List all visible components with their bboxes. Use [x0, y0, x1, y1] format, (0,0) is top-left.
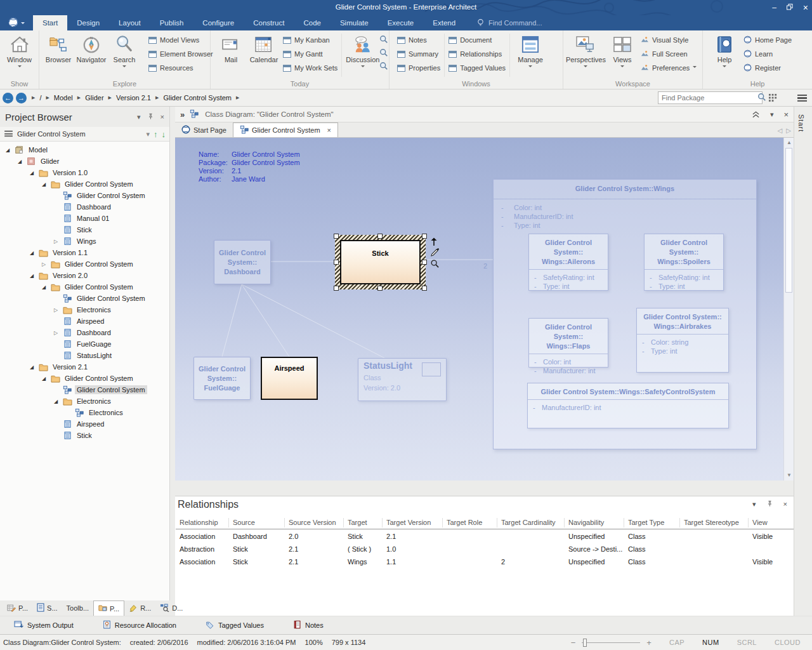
minimize-button[interactable]: –	[772, 4, 776, 11]
class-wings-spoilers[interactable]: Glider Control System::Wings::Spoilers -…	[644, 234, 724, 291]
tab-start-page[interactable]: Start Page	[175, 123, 233, 137]
class-airspeed[interactable]: Airspeed	[261, 357, 318, 400]
tree-item-version-2-0[interactable]: ◢Version 2.0	[0, 270, 169, 281]
forward-button[interactable]: →	[16, 93, 27, 103]
help-button[interactable]: Help	[708, 32, 741, 69]
dock-tab-tagged-values[interactable]: Tagged Values	[206, 621, 264, 630]
start-side-tab[interactable]: Start	[797, 114, 805, 132]
column-header-relationship[interactable]: Relationship	[176, 518, 229, 527]
resize-handle[interactable]	[422, 234, 427, 239]
calendar-button[interactable]: Calendar	[247, 32, 280, 63]
move-up-button[interactable]: ↑	[154, 130, 158, 138]
close-button[interactable]: ×	[803, 3, 808, 12]
tree-item-electronics[interactable]: Electronics	[0, 407, 169, 418]
tree-item-glider-control-system[interactable]: ◢Glider Control System	[0, 281, 169, 293]
breadcrumb-item-glider-control-system[interactable]: Glider Control System	[163, 94, 232, 102]
discussion-button[interactable]: Discussion	[346, 32, 379, 69]
tree-item-glider-control-system[interactable]: Glider Control System	[0, 384, 169, 395]
chevron-down-icon[interactable]: ▾	[146, 130, 150, 138]
close-icon[interactable]: ×	[160, 113, 164, 121]
search-button[interactable]: Search	[108, 32, 141, 69]
resize-handle[interactable]	[334, 260, 339, 265]
tree-item-glider-control-system[interactable]: ▷Glider Control System	[0, 258, 169, 270]
search-icon[interactable]	[379, 62, 388, 72]
tree-item-glider[interactable]: ◢Glider	[0, 156, 169, 167]
class-wings[interactable]: Glider Control System::Wings -Color: int…	[493, 179, 757, 449]
column-header-navigability[interactable]: Navigability	[565, 518, 624, 527]
expand-arrow-icon[interactable]: ◢	[52, 399, 60, 404]
ribbon-tab-execute[interactable]: Execute	[378, 15, 424, 30]
panel-splitter[interactable]	[170, 107, 175, 616]
tree-item-glider-control-system[interactable]: Glider Control System	[0, 190, 169, 201]
tree-item-glider-control-system[interactable]: ◢Glider Control System	[0, 178, 169, 190]
visual-style-button[interactable]: Visual Style	[640, 35, 697, 45]
relationship-row[interactable]: AssociationDashboard2.0Stick2.1Unspecifi…	[176, 530, 794, 543]
class-dashboard-ghost[interactable]: Glider ControlSystem::Dashboard	[214, 240, 271, 284]
home-page-button[interactable]: Home Page	[743, 35, 792, 45]
tree-item-version-1-1[interactable]: ◢Version 1.1	[0, 247, 169, 258]
ribbon-tab-extend[interactable]: Extend	[423, 15, 465, 30]
tree-item-electronics[interactable]: ◢Electronics	[0, 395, 169, 407]
expand-arrow-icon[interactable]: ◢	[4, 147, 11, 153]
summary-button[interactable]: Summary	[397, 49, 440, 59]
tree-item-statuslight[interactable]: StatusLight	[0, 350, 169, 361]
dock-tab-6[interactable]: D...	[155, 600, 187, 616]
expand-arrow-icon[interactable]: ◢	[40, 376, 48, 381]
ribbon-tab-code[interactable]: Code	[294, 15, 331, 30]
resize-handle[interactable]	[377, 286, 383, 291]
panel-menu-icon[interactable]: ▾	[752, 500, 756, 508]
expand-arrow-icon[interactable]: ◢	[16, 159, 23, 164]
zoom-slider[interactable]	[582, 642, 640, 643]
perspectives-button[interactable]: Perspectives	[566, 32, 606, 69]
register-button[interactable]: Register	[743, 63, 792, 73]
scroll-down-icon[interactable]: ▼	[787, 473, 792, 478]
navigator-button[interactable]: N Navigator	[75, 32, 108, 63]
tree-item-stick[interactable]: Stick	[0, 430, 169, 441]
close-tab-icon[interactable]: ×	[327, 126, 331, 134]
class-fuelguage-ghost[interactable]: Glider ControlSystem::FuelGuage	[193, 357, 251, 400]
pin-icon[interactable]	[766, 500, 773, 508]
dock-tab-2[interactable]: S...	[32, 600, 62, 616]
tree-item-glider-control-system[interactable]: Glider Control System	[0, 293, 169, 304]
expand-arrow-icon[interactable]: ▷	[40, 262, 48, 267]
panel-menu-icon[interactable]: ▾	[770, 110, 774, 119]
my-gantt-button[interactable]: My Gantt	[283, 49, 337, 59]
tree-item-model[interactable]: ◢Model	[0, 144, 169, 156]
package-browser-icon[interactable]	[766, 92, 779, 103]
expand-arrow-icon[interactable]: ◢	[40, 284, 48, 290]
column-header-target-type[interactable]: Target Type	[624, 518, 680, 527]
mail-button[interactable]: Mail	[214, 32, 247, 63]
tree-item-glider-control-system[interactable]: ◢Glider Control System	[0, 373, 169, 384]
breadcrumb-item-model[interactable]: Model	[54, 94, 73, 102]
find-command-box[interactable]: Find Command...	[488, 19, 542, 27]
expand-arrow-icon[interactable]: ▷	[52, 330, 60, 336]
relationships-button[interactable]: Relationships	[449, 49, 506, 59]
learn-button[interactable]: Learn	[743, 49, 792, 59]
relationship-row[interactable]: AssociationStick2.1Wings1.12UnspecifiedC…	[176, 555, 794, 568]
tree-item-dashboard[interactable]: Dashboard	[0, 201, 169, 213]
tagged-values-button[interactable]: Tagged Values	[449, 63, 506, 73]
tree-item-stick[interactable]: Stick	[0, 224, 169, 235]
resources-button[interactable]: Resources	[148, 63, 213, 73]
ribbon-tab-construct[interactable]: Construct	[244, 15, 294, 30]
class-wings-airbrakes[interactable]: Glider Control System::Wings::Airbrakes …	[636, 308, 729, 373]
tab-glider-control-system[interactable]: Glider Control System ×	[233, 123, 338, 137]
zoom-out-icon[interactable]: −	[571, 638, 576, 647]
zoom-slider-thumb[interactable]	[583, 639, 587, 647]
tree-item-version-1-0[interactable]: ◢Version 1.0	[0, 167, 169, 178]
my-kanban-button[interactable]: My Kanban	[283, 35, 337, 45]
dock-tab-3[interactable]: Toolb...	[62, 600, 93, 616]
expand-arrow-icon[interactable]: ▷	[52, 239, 60, 244]
class-stick-selected[interactable]: Stick	[335, 235, 426, 289]
diagram-canvas[interactable]: Name:Glider Control System Package:Glide…	[175, 138, 783, 481]
my-work-sets-button[interactable]: My Work Sets	[283, 63, 337, 73]
scroll-up-icon[interactable]: ▲	[787, 140, 792, 145]
class-statuslight-ghost[interactable]: StatusLight Class Version: 2.0	[358, 358, 447, 401]
restore-button[interactable]	[787, 4, 793, 11]
diagram-note[interactable]: Name:Glider Control System Package:Glide…	[199, 150, 300, 183]
ribbon-tab-configure[interactable]: Configure	[193, 15, 244, 30]
tree-item-airspeed[interactable]: Airspeed	[0, 418, 169, 430]
full-screen-button[interactable]: Full Screen	[640, 49, 697, 59]
class-wings-safetycontrolsystem[interactable]: Glider Control System::Wings::SafetyCont…	[527, 383, 729, 428]
views-button[interactable]: Views	[606, 32, 639, 69]
